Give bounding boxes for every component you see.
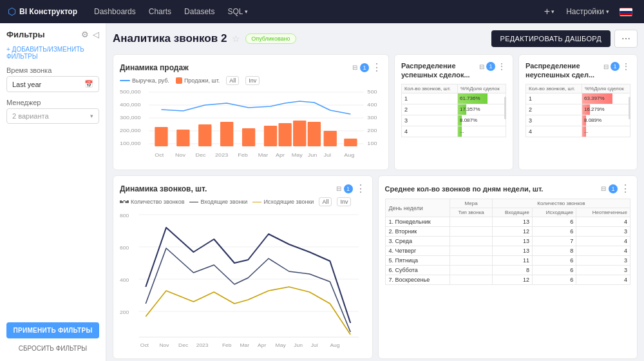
table-row: 5. Пятница 11 6 3 bbox=[385, 256, 630, 266]
calls-chart-svg: 800 600 400 200 O bbox=[120, 208, 366, 350]
svg-text:Mar: Mar bbox=[240, 342, 250, 348]
table-row: 2. Вторник 12 6 3 bbox=[385, 227, 630, 237]
legend-all-btn[interactable]: All bbox=[226, 76, 239, 85]
filter-icon-2[interactable]: ⊟ bbox=[479, 63, 484, 70]
table-row: 1. Понедельник 13 6 4 bbox=[385, 217, 630, 227]
svg-text:500,000: 500,000 bbox=[120, 89, 141, 95]
svg-text:May: May bbox=[292, 152, 303, 158]
badge-5: 1 bbox=[609, 184, 618, 193]
svg-rect-21 bbox=[278, 123, 291, 146]
sidebar: Фильтры ⚙ ◁ + ДОБАВИТЬ/ИЗМЕНИТЬ ФИЛЬТРЫ … bbox=[0, 23, 106, 361]
table-row: 4 ... bbox=[526, 126, 630, 137]
filter-icon-1[interactable]: ⊟ bbox=[352, 64, 357, 71]
more-icon-2[interactable]: ⋮ bbox=[497, 61, 506, 72]
reset-filters-button[interactable]: СБРОСИТЬ ФИЛЬТРЫ bbox=[6, 342, 99, 355]
chart2-title: Распределение успешных сделок... bbox=[401, 61, 472, 80]
sales-chart-svg: 500,000 400,000 300,000 200,000 100,000 … bbox=[120, 87, 382, 161]
nav-sql[interactable]: SQL ▾ bbox=[221, 5, 254, 19]
svg-rect-25 bbox=[344, 139, 357, 146]
sales-dynamics-card: Динамика продаж ⊟ 1 ⋮ Выручка, руб. Прод… bbox=[113, 54, 389, 170]
legend-outgoing: Исходящие звонки bbox=[252, 199, 314, 205]
svg-text:300: 300 bbox=[367, 115, 377, 121]
legend-all-btn-4[interactable]: All bbox=[319, 197, 332, 206]
nav-flag[interactable] bbox=[616, 5, 636, 19]
table-row: 3 8.089% bbox=[526, 115, 630, 126]
dash-header: Аналитика звонков 2 ☆ Опубликовано РЕДАК… bbox=[113, 30, 638, 48]
chevron-down-icon: ▾ bbox=[90, 113, 93, 119]
nav-charts[interactable]: Charts bbox=[142, 5, 178, 19]
legend-inv-btn[interactable]: Inv bbox=[245, 76, 260, 85]
table-row: 2 17.357% bbox=[402, 104, 506, 115]
nav-add[interactable]: + ▾ bbox=[539, 3, 560, 20]
svg-text:Apr: Apr bbox=[258, 342, 266, 348]
legend-inv-btn-4[interactable]: Inv bbox=[337, 197, 351, 206]
legend-total: Количество звонков bbox=[120, 199, 184, 205]
svg-rect-18 bbox=[220, 122, 233, 146]
logo: ⬡ BI Конструктор bbox=[8, 6, 77, 17]
filter-icon-5[interactable]: ⊟ bbox=[601, 185, 606, 192]
svg-rect-16 bbox=[176, 130, 189, 146]
svg-text:2023: 2023 bbox=[215, 152, 228, 158]
svg-text:Jul: Jul bbox=[324, 152, 332, 158]
filter-icon-3[interactable]: ⊟ bbox=[603, 63, 609, 70]
apply-filters-button[interactable]: ПРИМЕНИТЬ ФИЛЬТРЫ bbox=[6, 322, 99, 338]
svg-text:Feb: Feb bbox=[238, 152, 248, 158]
svg-text:Oct: Oct bbox=[155, 152, 164, 158]
svg-text:Mar: Mar bbox=[258, 152, 269, 158]
table-row: 4. Четверг 13 8 4 bbox=[385, 246, 630, 256]
svg-text:Nov: Nov bbox=[175, 152, 186, 158]
star-icon[interactable]: ☆ bbox=[232, 34, 240, 44]
manager-select[interactable]: 2 варианта ▾ bbox=[6, 108, 99, 124]
svg-text:100,000: 100,000 bbox=[120, 141, 141, 146]
chart3-col1: Кол-во звонков, шт. bbox=[526, 84, 582, 93]
svg-rect-15 bbox=[155, 127, 167, 146]
filter-icon-4[interactable]: ⊟ bbox=[336, 185, 341, 192]
chart4-title: Динамика звонков, шт. bbox=[120, 184, 207, 193]
collapse-icon[interactable]: ◁ bbox=[93, 30, 99, 39]
more-icon-5[interactable]: ⋮ bbox=[620, 182, 630, 195]
dashboard-more-button[interactable]: ⋯ bbox=[614, 30, 638, 48]
more-icon-3[interactable]: ⋮ bbox=[621, 61, 630, 72]
svg-rect-20 bbox=[264, 126, 277, 146]
settings-icon[interactable]: ⚙ bbox=[81, 30, 89, 39]
badge-4: 1 bbox=[344, 184, 353, 193]
svg-text:Aug: Aug bbox=[344, 152, 354, 158]
svg-text:Dec: Dec bbox=[196, 152, 207, 158]
svg-text:200,000: 200,000 bbox=[120, 128, 141, 133]
table-row: 1 63.397% bbox=[526, 93, 630, 104]
chart2-col2: %%Доля сделок bbox=[457, 84, 506, 93]
edit-dashboard-button[interactable]: РЕДАКТИРОВАТЬ ДАШБОРД bbox=[491, 30, 611, 47]
time-input[interactable]: Last year 📅 bbox=[6, 76, 99, 92]
svg-text:300,000: 300,000 bbox=[120, 115, 141, 121]
table-row: 3. Среда 13 7 4 bbox=[385, 237, 630, 246]
unsuccessful-deals-card: Распределение неуспешных сдел... ⊟ 1 ⋮ К… bbox=[518, 54, 638, 170]
chart3-col2: %%Доля сделок bbox=[582, 84, 630, 93]
table-row: 2 16.279% bbox=[526, 104, 630, 115]
svg-text:May: May bbox=[276, 342, 287, 348]
top-nav: ⬡ BI Конструктор Dashboards Charts Datas… bbox=[0, 0, 644, 23]
logo-text: BI Конструктор bbox=[19, 7, 77, 16]
svg-text:800: 800 bbox=[120, 213, 129, 219]
manager-filter: Менеджер 2 варианта ▾ bbox=[6, 99, 99, 124]
nav-dashboards[interactable]: Dashboards bbox=[88, 5, 142, 19]
table-row: 4 ... bbox=[402, 126, 506, 137]
manager-label: Менеджер bbox=[6, 99, 99, 106]
sidebar-title: Фильтры bbox=[6, 30, 45, 39]
svg-rect-24 bbox=[324, 131, 337, 146]
add-filter-btn[interactable]: + ДОБАВИТЬ/ИЗМЕНИТЬ ФИЛЬТРЫ bbox=[6, 46, 99, 60]
nav-datasets[interactable]: Datasets bbox=[178, 5, 221, 19]
logo-icon: ⬡ bbox=[8, 6, 16, 17]
svg-text:400: 400 bbox=[367, 102, 377, 108]
badge-2: 1 bbox=[486, 62, 495, 71]
successful-deals-card: Распределение успешных сделок... ⊟ 1 ⋮ К… bbox=[394, 54, 513, 170]
more-icon-1[interactable]: ⋮ bbox=[372, 61, 382, 73]
nav-settings[interactable]: Настройки ▾ bbox=[560, 5, 616, 19]
svg-text:100: 100 bbox=[367, 141, 377, 146]
svg-text:200: 200 bbox=[367, 128, 377, 133]
day-col-header: День недели bbox=[385, 199, 450, 217]
more-icon-4[interactable]: ⋮ bbox=[355, 182, 366, 195]
svg-text:Jul: Jul bbox=[311, 342, 318, 348]
dash-title: Аналитика звонков 2 bbox=[113, 32, 227, 45]
svg-text:200: 200 bbox=[120, 309, 129, 315]
svg-text:Jun: Jun bbox=[294, 342, 303, 348]
